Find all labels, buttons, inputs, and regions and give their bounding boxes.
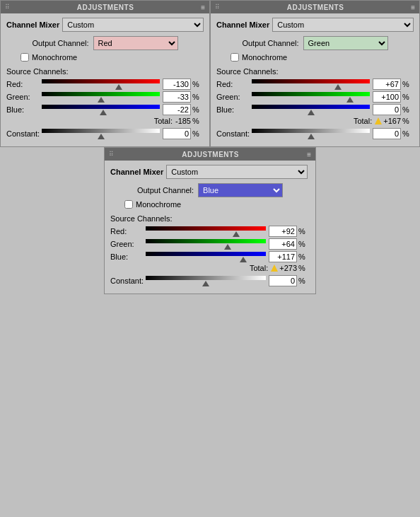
right-green-slider-container xyxy=(252,92,370,103)
right-output-channel-select[interactable]: Green xyxy=(303,36,388,50)
right-output-channel-label: Output Channel: xyxy=(242,39,298,47)
bottom-constant-thumb[interactable] xyxy=(202,281,209,286)
left-blue-thumb[interactable] xyxy=(100,110,107,115)
bottom-total-value: +273 xyxy=(279,264,297,272)
bottom-green-label: Green: xyxy=(110,240,146,248)
left-green-label: Green: xyxy=(6,93,42,101)
bottom-red-track[interactable] xyxy=(146,226,266,231)
bottom-blue-percent: % xyxy=(298,252,310,261)
right-red-value[interactable]: +67 xyxy=(373,79,401,90)
right-constant-thumb[interactable] xyxy=(308,134,315,139)
left-green-value[interactable]: -33 xyxy=(163,91,191,103)
left-blue-value[interactable]: -22 xyxy=(163,104,191,115)
right-constant-slider-container xyxy=(252,129,370,139)
bottom-red-slider-container xyxy=(146,226,266,237)
right-red-thumb-row xyxy=(252,84,370,90)
bottom-green-thumb-row xyxy=(146,244,266,250)
right-total-row: Total: +167 % xyxy=(216,117,414,125)
bottom-constant-percent: % xyxy=(298,277,310,285)
left-monochrome-checkbox[interactable] xyxy=(21,53,29,62)
bottom-green-track[interactable] xyxy=(146,239,266,243)
left-green-thumb[interactable] xyxy=(98,97,105,103)
left-panel-menu-btn[interactable]: ≡ xyxy=(201,4,205,11)
right-panel-menu-btn[interactable]: ≡ xyxy=(411,4,415,11)
bottom-output-channel-select[interactable]: Blue xyxy=(198,183,283,197)
right-green-thumb-row xyxy=(252,97,370,103)
left-red-thumb[interactable] xyxy=(115,84,122,90)
left-blue-track[interactable] xyxy=(42,105,160,109)
right-green-thumb[interactable] xyxy=(346,97,354,103)
left-output-channel-row: Output Channel: Red xyxy=(6,36,204,50)
bottom-constant-label: Constant: xyxy=(110,277,146,285)
left-monochrome-label: Monochrome xyxy=(32,53,77,62)
bottom-blue-label: Blue: xyxy=(110,252,146,261)
bottom-blue-thumb-row xyxy=(146,257,266,262)
bottom-panel-wrapper: ⠿ ADJUSTMENTS ≡ Channel Mixer Custom Out… xyxy=(0,147,420,294)
right-monochrome-checkbox[interactable] xyxy=(231,53,239,62)
bottom-channel-mixer-row: Channel Mixer Custom xyxy=(110,165,310,179)
right-green-slider-row: Green: +100 % xyxy=(216,91,414,103)
right-panel: ⠿ ADJUSTMENTS ≡ Channel Mixer Custom Out… xyxy=(210,0,420,147)
bottom-channel-mixer-label: Channel Mixer xyxy=(110,168,163,176)
left-constant-value[interactable]: 0 xyxy=(163,128,191,139)
left-red-track[interactable] xyxy=(42,79,160,83)
drag-handle-right: ⠿ xyxy=(215,4,220,11)
bottom-green-thumb[interactable] xyxy=(224,244,231,250)
left-constant-track[interactable] xyxy=(42,129,160,133)
left-blue-slider-container xyxy=(42,105,160,115)
bottom-red-slider-row: Red: +92 % xyxy=(110,226,310,237)
bottom-blue-slider-container xyxy=(146,252,266,262)
left-red-slider-container xyxy=(42,79,160,90)
left-blue-percent: % xyxy=(192,105,204,114)
left-channel-mixer-label: Channel Mixer xyxy=(6,21,59,29)
bottom-panel-menu-btn[interactable]: ≡ xyxy=(307,151,311,158)
right-red-thumb[interactable] xyxy=(334,84,342,90)
right-green-value[interactable]: +100 xyxy=(373,91,401,103)
left-constant-percent: % xyxy=(192,129,204,138)
right-blue-slider-row: Blue: 0 % xyxy=(216,104,414,115)
bottom-blue-value[interactable]: +117 xyxy=(269,251,297,262)
bottom-constant-track[interactable] xyxy=(146,276,266,280)
left-panel-title: ADJUSTMENTS xyxy=(77,4,134,11)
right-constant-value[interactable]: 0 xyxy=(373,128,401,139)
right-blue-track[interactable] xyxy=(252,105,370,109)
right-blue-thumb-row xyxy=(252,110,370,115)
right-red-track[interactable] xyxy=(252,79,370,83)
right-warning-icon xyxy=(375,117,382,124)
bottom-green-percent: % xyxy=(298,240,310,248)
bottom-blue-thumb[interactable] xyxy=(240,257,247,262)
left-red-slider-row: Red: -130 % xyxy=(6,79,204,90)
right-blue-value[interactable]: 0 xyxy=(373,104,401,115)
left-green-track[interactable] xyxy=(42,92,160,96)
left-constant-thumb[interactable] xyxy=(98,134,105,139)
right-blue-thumb[interactable] xyxy=(308,110,315,115)
bottom-blue-slider-row: Blue: +117 % xyxy=(110,251,310,262)
right-panel-title: ADJUSTMENTS xyxy=(287,4,344,11)
right-source-channels-label: Source Channels: xyxy=(216,67,414,76)
right-preset-select[interactable]: Custom xyxy=(272,18,414,32)
right-constant-track[interactable] xyxy=(252,129,370,133)
bottom-panel-title: ADJUSTMENTS xyxy=(182,151,239,158)
left-preset-select[interactable]: Custom xyxy=(62,18,204,32)
left-constant-slider-row: Constant: 0 % xyxy=(6,128,204,139)
left-output-channel-select[interactable]: Red xyxy=(93,36,178,50)
bottom-panel-header: ⠿ ADJUSTMENTS ≡ xyxy=(105,148,315,161)
left-red-value[interactable]: -130 xyxy=(163,79,191,90)
left-constant-slider-container xyxy=(42,129,160,139)
bottom-blue-track[interactable] xyxy=(146,252,266,256)
bottom-red-value[interactable]: +92 xyxy=(269,226,297,237)
bottom-red-thumb[interactable] xyxy=(233,231,240,237)
left-red-percent: % xyxy=(192,80,204,88)
bottom-green-slider-row: Green: +64 % xyxy=(110,238,310,250)
right-output-channel-row: Output Channel: Green xyxy=(216,36,414,50)
bottom-preset-select[interactable]: Custom xyxy=(166,165,308,179)
bottom-monochrome-checkbox[interactable] xyxy=(124,200,133,209)
bottom-constant-value[interactable]: 0 xyxy=(269,275,297,286)
bottom-total-percent: % xyxy=(298,264,310,272)
right-green-track[interactable] xyxy=(252,92,370,96)
bottom-constant-thumb-row xyxy=(146,281,266,286)
right-panel-header: ⠿ ADJUSTMENTS ≡ xyxy=(211,1,419,13)
right-panel-body: Channel Mixer Custom Output Channel: Gre… xyxy=(211,13,419,146)
bottom-green-value[interactable]: +64 xyxy=(269,238,297,250)
bottom-constant-slider-container xyxy=(146,276,266,286)
